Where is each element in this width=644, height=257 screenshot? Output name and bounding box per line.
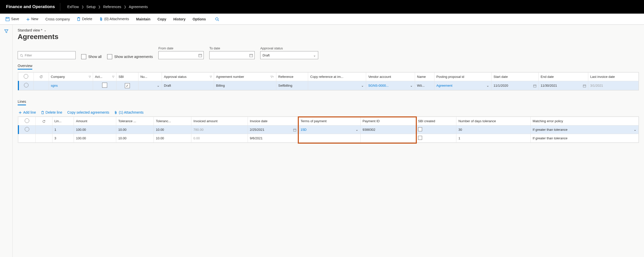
approval-status-label: Approval status bbox=[260, 46, 318, 50]
table-row[interactable]: 3 100.00 10.00 10.00 0.00 9/6/2021 1 If … bbox=[18, 134, 639, 143]
chevron-down-icon[interactable]: ⌄ bbox=[356, 128, 358, 132]
company-link[interactable]: sgns bbox=[51, 84, 58, 87]
refresh-button[interactable] bbox=[35, 117, 52, 125]
col-invoice-date[interactable]: Invoice date bbox=[248, 117, 298, 125]
col-sbi-created[interactable]: SBI created bbox=[416, 117, 456, 125]
col-nu[interactable]: Nu... bbox=[138, 73, 162, 81]
divider bbox=[60, 3, 60, 11]
chevron-right-icon: ❯ bbox=[81, 5, 84, 9]
terms-link[interactable]: 15D bbox=[301, 128, 307, 132]
col-end-date[interactable]: End date bbox=[539, 73, 588, 81]
chevron-down-icon[interactable]: ⌄ bbox=[361, 84, 364, 87]
plus-icon bbox=[19, 110, 22, 114]
funnel-icon[interactable] bbox=[4, 29, 8, 33]
show-active-checkbox[interactable]: Show active agreements bbox=[107, 54, 153, 59]
col-approval-status[interactable]: Approval status▽ bbox=[162, 73, 214, 81]
sbi-created-checkbox[interactable] bbox=[418, 136, 422, 140]
save-icon bbox=[6, 17, 10, 21]
trash-icon bbox=[41, 110, 44, 114]
calendar-icon[interactable] bbox=[293, 128, 296, 132]
chevron-down-icon[interactable]: ⌄ bbox=[410, 84, 413, 87]
calendar-icon[interactable] bbox=[533, 84, 536, 87]
calendar-icon bbox=[198, 53, 202, 57]
table-row[interactable]: sgns ⌄ Draft Billing Selfbilling ⌄ SGNS-… bbox=[18, 81, 639, 90]
line-attachments-button[interactable]: (1) Attachments bbox=[114, 110, 143, 114]
add-line-button[interactable]: Add line bbox=[19, 110, 36, 114]
col-invoiced-amount[interactable]: Invoiced amount bbox=[191, 117, 248, 125]
filter-sidebar bbox=[0, 25, 13, 257]
col-start-date[interactable]: Start date bbox=[491, 73, 539, 81]
maintain-button[interactable]: Maintain bbox=[133, 16, 154, 23]
lines-tab[interactable]: Lines bbox=[18, 100, 26, 105]
col-act[interactable]: Act...▽ bbox=[93, 73, 116, 81]
trash-icon bbox=[77, 17, 80, 21]
svg-point-2 bbox=[216, 18, 218, 20]
select-all[interactable] bbox=[18, 73, 34, 81]
col-days-tolerance[interactable]: Number of days tolerance bbox=[456, 117, 530, 125]
col-payment-id[interactable]: Payment ID bbox=[360, 117, 416, 125]
col-posting-proposal[interactable]: Posting proposal id bbox=[434, 73, 491, 81]
col-company[interactable]: Company▽ bbox=[49, 73, 93, 81]
breadcrumb-item[interactable]: ExFlow bbox=[67, 5, 79, 9]
col-last-invoice-date[interactable]: Last invoice date bbox=[588, 73, 638, 81]
save-button[interactable]: Save bbox=[3, 15, 22, 23]
col-lin[interactable]: Lin... bbox=[52, 117, 74, 125]
attachments-button[interactable]: (0) Attachments bbox=[96, 15, 132, 23]
chevron-down-icon[interactable]: ⌄ bbox=[157, 84, 160, 87]
row-select[interactable] bbox=[25, 127, 29, 132]
cross-company-button[interactable]: Cross company bbox=[42, 16, 73, 23]
new-button[interactable]: New bbox=[23, 15, 41, 22]
vendor-link[interactable]: SGNS-0000... bbox=[368, 84, 389, 87]
svg-point-3 bbox=[20, 54, 22, 56]
col-terms-of-payment[interactable]: Terms of payment bbox=[298, 117, 360, 125]
to-date-input[interactable] bbox=[209, 51, 255, 59]
lines-grid: Lin... Amount Tolerance ... Toleranc... … bbox=[18, 116, 639, 143]
sbi-created-checkbox[interactable] bbox=[418, 127, 422, 131]
view-selector[interactable]: Standard view * ⌄ bbox=[18, 28, 639, 32]
filter-input[interactable]: Filter bbox=[18, 51, 76, 59]
chevron-down-icon[interactable]: ⌄ bbox=[486, 84, 489, 87]
delete-line-button[interactable]: Delete line bbox=[41, 110, 62, 114]
calendar-icon[interactable] bbox=[583, 84, 586, 87]
copy-selected-button[interactable]: Copy selected agreements bbox=[67, 110, 109, 114]
col-amount[interactable]: Amount bbox=[74, 117, 116, 125]
col-vendor-account[interactable]: Vendor account bbox=[366, 73, 415, 81]
search-icon[interactable] bbox=[215, 17, 219, 21]
filter-row: Filter Show all Show active agreements F… bbox=[18, 46, 639, 59]
show-all-checkbox[interactable]: Show all bbox=[81, 54, 102, 59]
approval-status-select[interactable]: Draft ⌄ bbox=[260, 51, 318, 59]
options-button[interactable]: Options bbox=[190, 16, 209, 23]
copy-button[interactable]: Copy bbox=[155, 16, 169, 23]
breadcrumb-item[interactable]: References bbox=[103, 5, 121, 9]
col-agreement-number[interactable]: Agreement number▽↑ bbox=[214, 73, 276, 81]
col-copy-ref[interactable]: Copy reference at im... bbox=[308, 73, 366, 81]
overview-tab[interactable]: Overview bbox=[18, 64, 32, 70]
act-checkbox[interactable] bbox=[102, 83, 107, 88]
breadcrumb-item[interactable]: Agreements bbox=[129, 5, 148, 9]
delete-button[interactable]: Delete bbox=[74, 15, 95, 23]
chevron-right-icon: ❯ bbox=[124, 5, 126, 9]
col-reference[interactable]: Reference bbox=[276, 73, 308, 81]
col-name[interactable]: Name bbox=[415, 73, 434, 81]
select-all[interactable] bbox=[18, 117, 35, 125]
page-title: Agreements bbox=[18, 33, 639, 41]
from-date-label: From date bbox=[158, 46, 204, 50]
table-row[interactable]: 1 100.00 10.00 10.00 780.00 2/25/2021 15… bbox=[18, 125, 639, 134]
col-tol2[interactable]: Toleranc... bbox=[154, 117, 191, 125]
history-button[interactable]: History bbox=[170, 16, 189, 23]
row-select[interactable] bbox=[24, 83, 28, 87]
col-sbi[interactable]: SBI bbox=[116, 73, 138, 81]
col-matching-error[interactable]: Matching error policy bbox=[531, 117, 639, 125]
checkbox-icon bbox=[81, 54, 86, 59]
col-tol1[interactable]: Tolerance ... bbox=[116, 117, 154, 125]
breadcrumb-item[interactable]: Setup bbox=[86, 5, 96, 9]
sbi-checkbox[interactable] bbox=[125, 83, 130, 88]
svg-rect-4 bbox=[199, 54, 202, 57]
chevron-down-icon[interactable]: ⌄ bbox=[634, 128, 636, 132]
posting-link[interactable]: Agreement bbox=[436, 84, 453, 87]
checkbox-icon bbox=[107, 54, 112, 59]
chevron-down-icon: ⌄ bbox=[313, 53, 316, 57]
svg-rect-1 bbox=[7, 17, 8, 19]
refresh-button[interactable] bbox=[34, 73, 49, 81]
from-date-input[interactable] bbox=[158, 51, 204, 59]
